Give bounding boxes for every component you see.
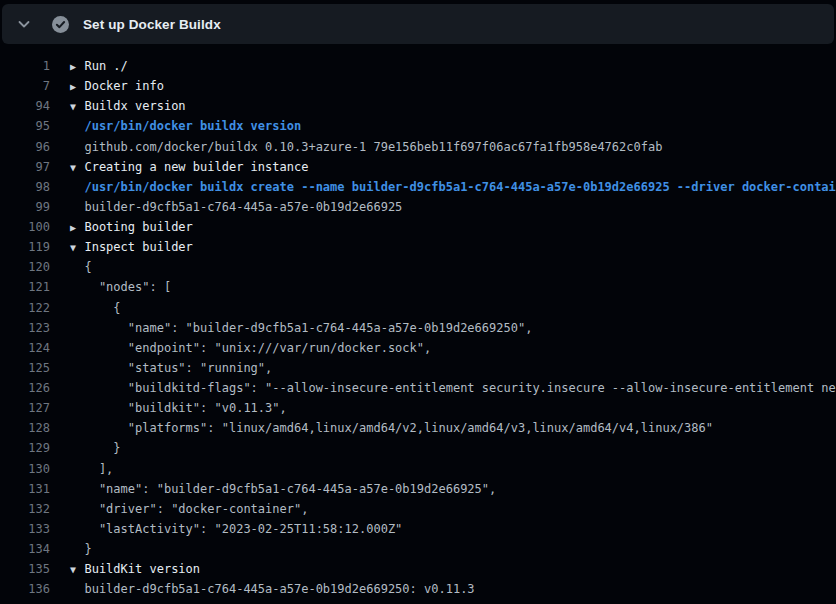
log-line: 100 ▶Booting builder <box>0 217 836 237</box>
log-line-text: builder-d9cfb5a1-c764-445a-a57e-0b19d2e6… <box>50 579 475 599</box>
line-number[interactable]: 134 <box>0 539 50 559</box>
line-number[interactable]: 95 <box>0 116 50 136</box>
log-line: 128 "platforms": "linux/amd64,linux/amd6… <box>0 418 836 438</box>
step-title: Set up Docker Buildx <box>83 17 221 32</box>
log-line-text: "endpoint": "unix:///var/run/docker.sock… <box>50 338 431 358</box>
log-line-text[interactable]: ▼Inspect builder <box>50 237 193 257</box>
line-number[interactable]: 136 <box>0 579 50 599</box>
line-number[interactable]: 120 <box>0 257 50 277</box>
log-container: 1 ▶Run ./ 7 ▶Docker info 94 ▼Buildx vers… <box>0 44 836 599</box>
chevron-down-icon[interactable] <box>16 16 32 32</box>
log-line-text: "nodes": [ <box>50 277 171 297</box>
log-line: 129 } <box>0 438 836 458</box>
log-line-text: "name": "builder-d9cfb5a1-c764-445a-a57e… <box>50 479 496 499</box>
line-number[interactable]: 99 <box>0 197 50 217</box>
log-line: 119 ▼Inspect builder <box>0 237 836 257</box>
log-line: 7 ▶Docker info <box>0 76 836 96</box>
group-toggle-icon: ▶ <box>70 218 84 238</box>
log-line: 126 "buildkitd-flags": "--allow-insecure… <box>0 378 836 398</box>
log-line-text[interactable]: ▶Docker info <box>50 76 164 96</box>
line-number[interactable]: 96 <box>0 137 50 157</box>
log-line-text: builder-d9cfb5a1-c764-445a-a57e-0b19d2e6… <box>50 197 402 217</box>
step-header[interactable]: Set up Docker Buildx <box>2 4 834 44</box>
group-toggle-icon: ▼ <box>70 158 84 178</box>
line-number[interactable]: 97 <box>0 157 50 177</box>
log-line-text: { <box>50 298 121 318</box>
log-line: 123 "name": "builder-d9cfb5a1-c764-445a-… <box>0 318 836 338</box>
log-line-text[interactable]: ▼BuildKit version <box>50 559 200 579</box>
line-number[interactable]: 123 <box>0 318 50 338</box>
log-line: 131 "name": "builder-d9cfb5a1-c764-445a-… <box>0 479 836 499</box>
group-toggle-icon: ▶ <box>70 57 84 77</box>
line-number[interactable]: 129 <box>0 438 50 458</box>
log-line-text: } <box>50 438 121 458</box>
log-line-text[interactable]: ▼Buildx version <box>50 96 186 116</box>
line-number[interactable]: 130 <box>0 459 50 479</box>
line-number[interactable]: 125 <box>0 358 50 378</box>
line-number[interactable]: 121 <box>0 277 50 297</box>
log-line-text: "buildkitd-flags": "--allow-insecure-ent… <box>50 378 836 398</box>
line-number[interactable]: 126 <box>0 378 50 398</box>
log-line-text: /usr/bin/docker buildx create --name bui… <box>50 177 836 197</box>
line-number[interactable]: 135 <box>0 559 50 579</box>
line-number[interactable]: 122 <box>0 298 50 318</box>
log-line: 94 ▼Buildx version <box>0 96 836 116</box>
line-number[interactable]: 124 <box>0 338 50 358</box>
line-number[interactable]: 127 <box>0 398 50 418</box>
log-line: 98 /usr/bin/docker buildx create --name … <box>0 177 836 197</box>
line-number[interactable]: 131 <box>0 479 50 499</box>
log-line: 130 ], <box>0 459 836 479</box>
line-number[interactable]: 128 <box>0 418 50 438</box>
log-line: 122 { <box>0 298 836 318</box>
group-toggle-icon: ▶ <box>70 77 84 97</box>
line-number[interactable]: 94 <box>0 96 50 116</box>
line-number[interactable]: 132 <box>0 499 50 519</box>
check-circle-icon <box>52 16 69 33</box>
log-line-text: /usr/bin/docker buildx version <box>50 116 301 136</box>
group-toggle-icon: ▼ <box>70 560 84 580</box>
log-line: 96 github.com/docker/buildx 0.10.3+azure… <box>0 137 836 157</box>
line-number[interactable]: 7 <box>0 76 50 96</box>
log-line: 121 "nodes": [ <box>0 277 836 297</box>
log-line-text: "platforms": "linux/amd64,linux/amd64/v2… <box>50 418 713 438</box>
group-toggle-icon: ▼ <box>70 238 84 258</box>
group-toggle-icon: ▼ <box>70 97 84 117</box>
log-line-text: "lastActivity": "2023-02-25T11:58:12.000… <box>50 519 402 539</box>
log-line: 97 ▼Creating a new builder instance <box>0 157 836 177</box>
line-number[interactable]: 119 <box>0 237 50 257</box>
log-line: 135 ▼BuildKit version <box>0 559 836 579</box>
log-line-text: "driver": "docker-container", <box>50 499 308 519</box>
log-line: 99 builder-d9cfb5a1-c764-445a-a57e-0b19d… <box>0 197 836 217</box>
log-line: 127 "buildkit": "v0.11.3", <box>0 398 836 418</box>
log-line: 120 { <box>0 257 836 277</box>
log-line: 95 /usr/bin/docker buildx version <box>0 116 836 136</box>
log-line: 124 "endpoint": "unix:///var/run/docker.… <box>0 338 836 358</box>
log-line-text: } <box>50 539 92 559</box>
log-line-text: "name": "builder-d9cfb5a1-c764-445a-a57e… <box>50 318 532 338</box>
line-number[interactable]: 1 <box>0 56 50 76</box>
line-number[interactable]: 98 <box>0 177 50 197</box>
log-line: 132 "driver": "docker-container", <box>0 499 836 519</box>
log-line-text: "buildkit": "v0.11.3", <box>50 398 287 418</box>
log-line-text: github.com/docker/buildx 0.10.3+azure-1 … <box>50 137 662 157</box>
log-line-text[interactable]: ▶Run ./ <box>50 56 128 76</box>
log-line: 134 } <box>0 539 836 559</box>
log-line-text: "status": "running", <box>50 358 272 378</box>
log-line: 136 builder-d9cfb5a1-c764-445a-a57e-0b19… <box>0 579 836 599</box>
line-number[interactable]: 100 <box>0 217 50 237</box>
log-line-text[interactable]: ▼Creating a new builder instance <box>50 157 308 177</box>
log-line-text[interactable]: ▶Booting builder <box>50 217 193 237</box>
log-line-text: ], <box>50 459 113 479</box>
log-line-text: { <box>50 257 92 277</box>
log-line: 1 ▶Run ./ <box>0 56 836 76</box>
line-number[interactable]: 133 <box>0 519 50 539</box>
log-line: 133 "lastActivity": "2023-02-25T11:58:12… <box>0 519 836 539</box>
log-line: 125 "status": "running", <box>0 358 836 378</box>
